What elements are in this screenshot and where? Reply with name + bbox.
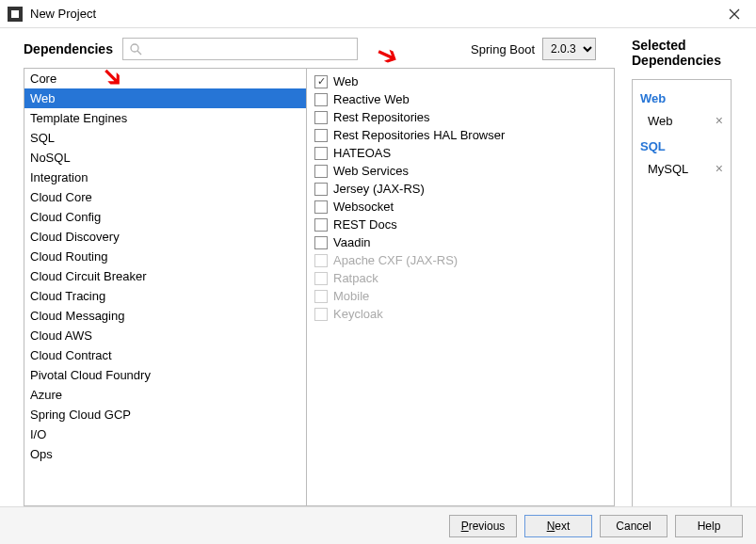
option-label: Rest Repositories HAL Browser: [333, 128, 505, 142]
previous-button[interactable]: Previous: [449, 515, 517, 537]
category-item[interactable]: Cloud Tracing: [24, 286, 306, 306]
option-label: Reactive Web: [333, 92, 410, 106]
category-item[interactable]: Cloud Circuit Breaker: [24, 266, 306, 286]
option-checkbox: [314, 272, 328, 285]
selected-group-title: Web: [640, 91, 723, 105]
app-icon: [8, 7, 23, 22]
option-label: Mobile: [333, 289, 369, 303]
option-checkbox: [314, 308, 328, 321]
selected-dependencies-title: Selected Dependencies: [632, 38, 756, 68]
option-item[interactable]: Web Services: [314, 162, 606, 180]
option-item[interactable]: Websocket: [314, 198, 606, 216]
spring-boot-label: Spring Boot: [471, 42, 535, 56]
category-item[interactable]: I/O: [24, 424, 306, 444]
main-area: ➔ ➔ Dependencies Spring Boot 2.0.3 CoreW…: [0, 28, 756, 506]
option-item: Ratpack: [314, 269, 606, 287]
option-checkbox[interactable]: [314, 236, 328, 249]
option-item: Mobile: [314, 287, 606, 305]
titlebar: New Project: [0, 0, 756, 28]
option-item[interactable]: Web: [314, 72, 606, 90]
option-label: Vaadin: [333, 235, 371, 249]
option-item[interactable]: HATEOAS: [314, 144, 606, 162]
option-checkbox[interactable]: [314, 111, 328, 124]
search-box[interactable]: [122, 38, 358, 60]
deps-header: Dependencies Spring Boot 2.0.3: [24, 38, 615, 60]
category-item[interactable]: Web: [24, 88, 306, 108]
option-item[interactable]: Vaadin: [314, 233, 606, 251]
category-item[interactable]: Cloud Core: [24, 187, 306, 207]
option-item: Apache CXF (JAX-RS): [314, 251, 606, 269]
category-item[interactable]: Ops: [24, 444, 306, 464]
option-label: HATEOAS: [333, 146, 391, 160]
category-item[interactable]: Template Engines: [24, 108, 306, 128]
search-icon: [129, 42, 142, 56]
selected-group-title: SQL: [640, 139, 723, 153]
option-label: Apache CXF (JAX-RS): [333, 253, 458, 267]
option-checkbox: [314, 254, 328, 267]
option-item[interactable]: Rest Repositories: [314, 108, 606, 126]
cancel-button[interactable]: Cancel: [600, 515, 668, 537]
remove-icon[interactable]: ×: [716, 161, 723, 176]
category-item[interactable]: Cloud Config: [24, 207, 306, 227]
option-checkbox[interactable]: [314, 200, 328, 214]
category-item[interactable]: Integration: [24, 168, 306, 187]
options-list[interactable]: WebReactive WebRest RepositoriesRest Rep…: [307, 69, 614, 505]
option-label: REST Docs: [333, 217, 397, 232]
option-label: Websocket: [333, 200, 394, 214]
category-item[interactable]: Cloud Contract: [24, 345, 306, 365]
dependencies-label: Dependencies: [24, 41, 113, 56]
selected-item-label: MySQL: [648, 162, 688, 176]
option-checkbox: [314, 290, 328, 303]
option-checkbox[interactable]: [314, 165, 328, 178]
help-button[interactable]: Help: [675, 515, 743, 537]
category-item[interactable]: Pivotal Cloud Foundry: [24, 365, 306, 385]
option-item[interactable]: REST Docs: [314, 216, 606, 233]
selected-item-label: Web: [648, 114, 673, 128]
close-button[interactable]: [720, 0, 748, 28]
category-item[interactable]: NoSQL: [24, 148, 306, 168]
lists-row: CoreWebTemplate EnginesSQLNoSQLIntegrati…: [24, 68, 615, 506]
left-panel: Dependencies Spring Boot 2.0.3 CoreWebTe…: [0, 28, 615, 506]
option-label: Web Services: [333, 164, 409, 178]
next-button[interactable]: Next: [524, 515, 592, 537]
category-item[interactable]: Spring Cloud GCP: [24, 405, 306, 424]
option-label: Web: [333, 74, 359, 88]
selected-item: Web×: [640, 111, 723, 136]
category-item[interactable]: Core: [24, 69, 306, 88]
category-item[interactable]: Cloud Discovery: [24, 227, 306, 247]
option-checkbox[interactable]: [314, 218, 328, 232]
remove-icon[interactable]: ×: [716, 113, 723, 128]
svg-rect-0: [11, 10, 19, 18]
window-title: New Project: [30, 7, 720, 21]
option-item[interactable]: Reactive Web: [314, 90, 606, 108]
option-label: Jersey (JAX-RS): [333, 182, 425, 196]
option-label: Keycloak: [333, 307, 383, 321]
close-icon: [729, 8, 740, 20]
selected-item: MySQL×: [640, 159, 723, 184]
option-item: Keycloak: [314, 305, 606, 323]
category-item[interactable]: SQL: [24, 128, 306, 148]
option-item[interactable]: Rest Repositories HAL Browser: [314, 126, 606, 144]
option-checkbox[interactable]: [314, 183, 328, 196]
svg-line-4: [137, 51, 141, 55]
category-item[interactable]: Azure: [24, 385, 306, 405]
category-item[interactable]: Cloud AWS: [24, 326, 306, 345]
option-label: Ratpack: [333, 271, 378, 285]
category-item[interactable]: Cloud Messaging: [24, 306, 306, 326]
categories-list[interactable]: CoreWebTemplate EnginesSQLNoSQLIntegrati…: [24, 69, 307, 505]
option-item[interactable]: Jersey (JAX-RS): [314, 180, 606, 198]
option-checkbox[interactable]: [314, 93, 328, 106]
footer: Previous Next Cancel Help: [0, 506, 756, 544]
search-input[interactable]: [146, 42, 351, 56]
option-checkbox[interactable]: [314, 75, 328, 88]
spring-boot-version-select[interactable]: 2.0.3: [542, 38, 596, 60]
option-checkbox[interactable]: [314, 129, 328, 142]
category-item[interactable]: Cloud Routing: [24, 247, 306, 266]
svg-point-3: [131, 44, 138, 52]
option-checkbox[interactable]: [314, 147, 328, 160]
selected-dependencies-box: WebWeb×SQLMySQL×: [632, 79, 732, 518]
right-panel: Selected Dependencies WebWeb×SQLMySQL×: [615, 28, 756, 506]
option-label: Rest Repositories: [333, 110, 430, 124]
